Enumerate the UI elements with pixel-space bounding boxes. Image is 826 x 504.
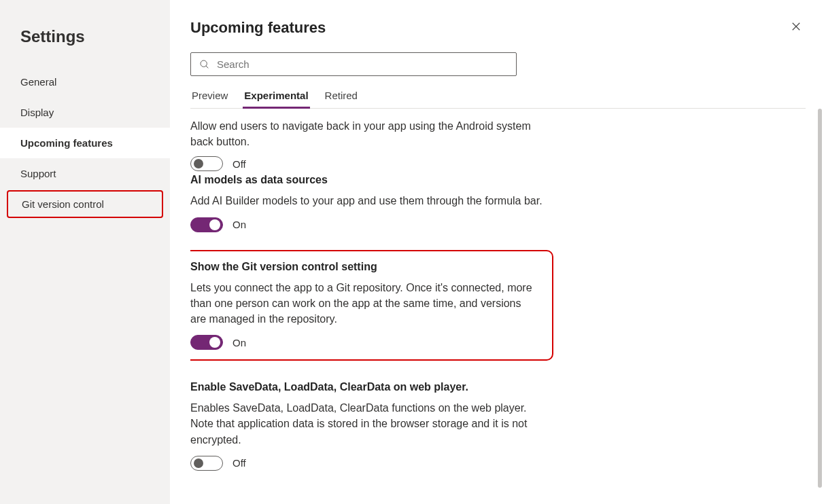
toggle-row: On: [190, 217, 544, 232]
sidebar-item-display[interactable]: Display: [0, 97, 170, 128]
sidebar-item-general[interactable]: General: [0, 67, 170, 97]
feature-ai-models: AI models as data sources Add AI Builder…: [190, 171, 544, 232]
feature-title: Show the Git version control setting: [190, 261, 540, 273]
toggle-knob: [194, 159, 203, 168]
toggle-row: Off: [190, 156, 544, 171]
svg-line-1: [206, 66, 208, 68]
main-header: Upcoming features: [190, 17, 806, 39]
feature-git-version-control: Show the Git version control setting Let…: [190, 250, 553, 361]
search-input[interactable]: [217, 58, 508, 70]
toggle-label: On: [233, 337, 246, 348]
tabs: Preview Experimental Retired: [190, 90, 806, 109]
feature-title: Enable SaveData, LoadData, ClearData on …: [190, 381, 544, 393]
sidebar: Settings General Display Upcoming featur…: [0, 0, 170, 504]
close-icon: [790, 20, 802, 33]
sidebar-item-upcoming-features[interactable]: Upcoming features: [0, 128, 170, 158]
sidebar-title: Settings: [0, 27, 170, 46]
toggle-label: On: [233, 219, 246, 230]
toggle-android-back[interactable]: [190, 156, 223, 171]
svg-point-0: [201, 60, 207, 67]
sidebar-item-git-version-control[interactable]: Git version control: [7, 190, 163, 218]
search-icon: [199, 59, 210, 70]
tab-preview[interactable]: Preview: [190, 90, 229, 109]
feature-savedata-web: Enable SaveData, LoadData, ClearData on …: [190, 378, 544, 471]
search-box[interactable]: [190, 52, 517, 76]
feature-title: AI models as data sources: [190, 174, 544, 186]
toggle-knob: [209, 337, 220, 348]
scrollbar[interactable]: [818, 109, 822, 488]
toggle-ai-models[interactable]: [190, 217, 223, 232]
toggle-knob: [194, 458, 203, 468]
toggle-label: Off: [233, 457, 246, 469]
feature-desc: Allow end users to navigate back in your…: [190, 118, 544, 149]
feature-desc: Add AI Builder models to your app and us…: [190, 193, 544, 209]
toggle-git-version-control[interactable]: [190, 335, 223, 350]
feature-desc: Enables SaveData, LoadData, ClearData fu…: [190, 400, 544, 448]
toggle-label: Off: [233, 158, 246, 170]
close-button[interactable]: [787, 17, 806, 39]
sidebar-item-support[interactable]: Support: [0, 158, 170, 189]
main-panel: Upcoming features Preview Experimental R…: [170, 0, 826, 504]
feature-desc: Lets you connect the app to a Git reposi…: [190, 280, 540, 327]
toggle-row: Off: [190, 456, 544, 471]
toggle-savedata-web[interactable]: [190, 456, 223, 471]
tab-experimental[interactable]: Experimental: [243, 90, 309, 109]
content-scroll: Allow end users to navigate back in your…: [190, 118, 806, 504]
feature-list: Allow end users to navigate back in your…: [190, 118, 544, 471]
page-title: Upcoming features: [190, 19, 326, 37]
toggle-row: On: [190, 335, 540, 350]
tab-retired[interactable]: Retired: [324, 90, 359, 109]
toggle-knob: [209, 219, 220, 230]
feature-android-back-partial: Allow end users to navigate back in your…: [190, 118, 544, 171]
